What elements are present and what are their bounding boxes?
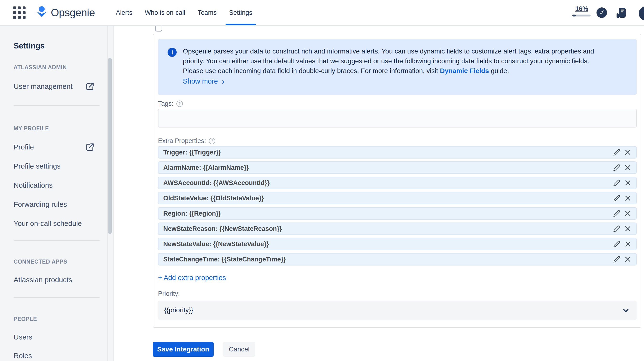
delete-icon[interactable] bbox=[624, 210, 631, 217]
extra-property-value: NewStateReason: {{NewStateReason}} bbox=[163, 225, 282, 232]
extra-property-value: AWSAccountId: {{AWSAccountId}} bbox=[163, 179, 270, 187]
priority-label-row: Priority: bbox=[158, 290, 180, 298]
sidebar-divider bbox=[14, 240, 100, 241]
usage-progress-bar bbox=[572, 14, 590, 16]
section-header-atlassian-admin: ATLASSIAN ADMIN bbox=[14, 62, 94, 72]
priority-select[interactable]: {{priority}} bbox=[158, 300, 636, 320]
section-header-connected-apps: CONNECTED APPS bbox=[14, 256, 94, 267]
tags-label-row: Tags: ? bbox=[158, 100, 183, 108]
opsgenie-logo-icon bbox=[36, 6, 48, 19]
extra-property-row: NewStateValue: {{NewStateValue}} bbox=[158, 238, 636, 250]
sidebar-divider bbox=[14, 297, 100, 298]
show-more-link[interactable]: Show more › bbox=[183, 77, 224, 85]
nav-item-settings[interactable]: Settings bbox=[223, 0, 258, 25]
delete-icon[interactable] bbox=[624, 149, 631, 156]
extra-property-row: Region: {{Region}} bbox=[158, 207, 636, 220]
external-link-icon bbox=[86, 143, 94, 151]
brand-name: Opsgenie bbox=[51, 7, 95, 18]
dynamic-fields-link[interactable]: Dynamic Fields bbox=[440, 67, 489, 74]
tags-label: Tags: bbox=[158, 100, 174, 108]
sidebar-item-users[interactable]: Users bbox=[14, 332, 94, 342]
chevron-right-icon: › bbox=[222, 78, 224, 85]
sidebar-title: Settings bbox=[14, 41, 45, 50]
extra-property-row: AlarmName: {{AlarmName}} bbox=[158, 162, 636, 174]
section-header-my-profile: MY PROFILE bbox=[14, 123, 94, 134]
top-navbar: Opsgenie Alerts Who is on-call Teams Set… bbox=[0, 0, 644, 26]
priority-value: {{priority}} bbox=[164, 306, 193, 314]
nav-item-who-is-on-call[interactable]: Who is on-call bbox=[138, 0, 192, 25]
delete-icon[interactable] bbox=[624, 256, 631, 263]
priority-label: Priority: bbox=[158, 290, 180, 298]
info-banner: i Opsgenie parses your data to construct… bbox=[158, 39, 636, 95]
sidebar-scrollbar-track bbox=[107, 26, 108, 361]
settings-sidebar: Settings ATLASSIAN ADMIN User management… bbox=[0, 26, 114, 361]
save-integration-button[interactable]: Save Integration bbox=[153, 342, 214, 357]
chevron-down-icon bbox=[622, 307, 630, 314]
usage-percent: 16% bbox=[575, 5, 588, 12]
extra-property-value: AlarmName: {{AlarmName}} bbox=[163, 164, 249, 172]
extra-property-row: StateChangeTime: {{StateChangeTime}} bbox=[158, 253, 636, 266]
extra-properties-label-row: Extra Properties: ? bbox=[158, 137, 215, 145]
edit-icon[interactable] bbox=[613, 179, 620, 186]
tags-input[interactable] bbox=[158, 109, 636, 128]
sidebar-item-notifications[interactable]: Notifications bbox=[14, 180, 94, 190]
external-link-icon bbox=[86, 82, 94, 91]
info-banner-line3: Please use each incoming data field in d… bbox=[183, 66, 627, 76]
add-extra-properties-link[interactable]: + Add extra properties bbox=[158, 274, 226, 282]
sidebar-title-row: Settings bbox=[14, 40, 94, 51]
info-banner-text: Opsgenie parses your data to construct r… bbox=[183, 46, 627, 76]
edit-icon[interactable] bbox=[613, 210, 620, 217]
sidebar-divider bbox=[14, 105, 100, 106]
integration-settings-main: i Opsgenie parses your data to construct… bbox=[114, 26, 644, 361]
extra-property-value: StateChangeTime: {{StateChangeTime}} bbox=[163, 256, 286, 263]
extra-property-value: NewStateValue: {{NewStateValue}} bbox=[163, 240, 269, 248]
sidebar-item-atlassian-products[interactable]: Atlassian products bbox=[14, 274, 94, 285]
edit-icon[interactable] bbox=[613, 194, 620, 202]
delete-icon[interactable] bbox=[624, 194, 631, 202]
extra-property-row: OldStateValue: {{OldStateValue}} bbox=[158, 192, 636, 204]
integration-form-card: i Opsgenie parses your data to construct… bbox=[153, 34, 641, 328]
edit-icon[interactable] bbox=[613, 149, 620, 156]
help-icon[interactable]: ? bbox=[639, 6, 644, 20]
sidebar-item-user-management[interactable]: User management bbox=[14, 81, 94, 92]
extra-property-value: Region: {{Region}} bbox=[163, 210, 221, 217]
info-icon: i bbox=[168, 48, 177, 57]
release-notes-icon[interactable] bbox=[616, 7, 627, 20]
usage-progress-fill bbox=[572, 14, 576, 16]
explore-compass-icon[interactable] bbox=[596, 7, 607, 19]
sidebar-item-roles[interactable]: Roles bbox=[14, 350, 94, 361]
extra-property-value: OldStateValue: {{OldStateValue}} bbox=[163, 194, 264, 202]
edit-icon[interactable] bbox=[613, 225, 620, 232]
edit-icon[interactable] bbox=[613, 164, 620, 171]
extra-properties-label: Extra Properties: bbox=[158, 137, 206, 145]
sidebar-scrollbar-thumb[interactable] bbox=[108, 58, 112, 234]
edit-icon[interactable] bbox=[613, 240, 620, 248]
delete-icon[interactable] bbox=[624, 179, 631, 186]
section-header-people: PEOPLE bbox=[14, 314, 94, 324]
edit-icon[interactable] bbox=[613, 256, 620, 263]
extra-property-row: AWSAccountId: {{AWSAccountId}} bbox=[158, 177, 636, 189]
extra-property-row: Trigger: {{Trigger}} bbox=[158, 146, 636, 158]
info-banner-line1: Opsgenie parses your data to construct r… bbox=[183, 46, 627, 56]
sidebar-item-forwarding-rules[interactable]: Forwarding rules bbox=[14, 199, 94, 210]
delete-icon[interactable] bbox=[624, 240, 631, 248]
extra-property-value: Trigger: {{Trigger}} bbox=[163, 149, 221, 156]
delete-icon[interactable] bbox=[624, 225, 631, 232]
app-switcher-icon[interactable] bbox=[13, 6, 26, 19]
extra-properties-list: Trigger: {{Trigger}} AlarmName: {{AlarmN… bbox=[158, 146, 636, 268]
nav-item-alerts[interactable]: Alerts bbox=[110, 0, 138, 25]
primary-nav: Alerts Who is on-call Teams Settings bbox=[110, 0, 258, 25]
tags-help-icon[interactable]: ? bbox=[176, 100, 183, 107]
nav-item-teams[interactable]: Teams bbox=[192, 0, 223, 25]
active-tab-underline bbox=[226, 24, 256, 25]
info-banner-line2: priority. You can either use the default… bbox=[183, 56, 627, 66]
sidebar-item-profile[interactable]: Profile bbox=[14, 142, 94, 152]
sidebar-item-your-on-call-schedule[interactable]: Your on-call schedule bbox=[14, 218, 94, 229]
extra-property-row: NewStateReason: {{NewStateReason}} bbox=[158, 222, 636, 235]
delete-icon[interactable] bbox=[624, 164, 631, 171]
usage-percent-link[interactable]: 16% bbox=[572, 5, 591, 16]
extra-properties-help-icon[interactable]: ? bbox=[209, 138, 215, 144]
opsgenie-logo[interactable]: Opsgenie bbox=[36, 6, 95, 19]
sidebar-item-profile-settings[interactable]: Profile settings bbox=[14, 161, 94, 172]
cancel-button[interactable]: Cancel bbox=[223, 342, 255, 357]
